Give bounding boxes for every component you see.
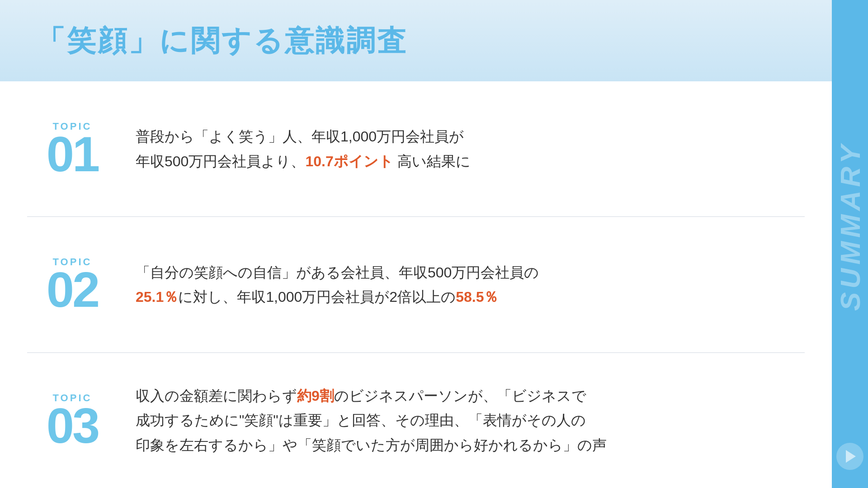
- topic-03-line2: 成功するために"笑顔"は重要」と回答、その理由、「表情がその人の: [136, 412, 586, 428]
- topic-content-03: 収入の金額差に関わらず約9割のビジネスパーソンが、「ビジネスで 成功するために"…: [136, 384, 805, 457]
- topic-01-highlight: 10.7ポイント: [305, 153, 393, 169]
- topic-label-03: TOPIC 03: [27, 393, 118, 448]
- topic-01-line2-post: 高い結果に: [393, 153, 471, 169]
- topic-02-highlight2: 58.5％: [456, 289, 498, 305]
- topic-label-01: TOPIC 01: [27, 122, 118, 176]
- topic-number-01: 01: [47, 131, 98, 176]
- topic-content-01: 普段から「よく笑う」人、年収1,000万円会社員が 年収500万円会社員より、1…: [136, 124, 805, 174]
- sidebar-text: SUMMARY: [834, 9, 866, 443]
- topic-02-highlight1: 25.1％: [136, 289, 178, 305]
- topic-02-line2-post: に対し、年収1,000万円会社員が2倍以上の: [178, 289, 456, 305]
- topic-03-line1-post: のビジネスパーソンが、「ビジネスで: [334, 388, 586, 404]
- topic-01-line1: 普段から「よく笑う」人、年収1,000万円会社員が: [136, 128, 464, 145]
- topic-content-02: 「自分の笑顔への自信」がある会社員、年収500万円会社員の 25.1％に対し、年…: [136, 260, 805, 310]
- topic-number-02: 02: [47, 267, 98, 312]
- topic-03-highlight: 約9割: [297, 388, 334, 404]
- topic-03-line3: 印象を左右するから」や「笑顔でいた方が周囲から好かれるから」の声: [136, 437, 607, 453]
- page-title: 「笑顔」に関する意識調査: [36, 21, 408, 61]
- topic-label-02: TOPIC 02: [27, 257, 118, 312]
- topic-03-line1-pre: 収入の金額差に関わらず: [136, 388, 297, 404]
- main-content: 「笑顔」に関する意識調査 TOPIC 01 普段から「よく笑う」人、年収1,00…: [0, 0, 832, 488]
- topic-row-02: TOPIC 02 「自分の笑顔への自信」がある会社員、年収500万円会社員の 2…: [27, 217, 805, 352]
- play-button-icon[interactable]: [836, 443, 863, 470]
- topic-row-01: TOPIC 01 普段から「よく笑う」人、年収1,000万円会社員が 年収500…: [27, 81, 805, 217]
- topic-01-line2-pre: 年収500万円会社員より、: [136, 153, 305, 169]
- topics-container: TOPIC 01 普段から「よく笑う」人、年収1,000万円会社員が 年収500…: [0, 81, 832, 488]
- play-triangle-icon: [846, 450, 856, 463]
- header: 「笑顔」に関する意識調査: [0, 0, 832, 81]
- topic-number-03: 03: [47, 403, 98, 448]
- topic-row-03: TOPIC 03 収入の金額差に関わらず約9割のビジネスパーソンが、「ビジネスで…: [27, 353, 805, 488]
- sidebar: SUMMARY: [832, 0, 868, 488]
- topic-02-line1: 「自分の笑顔への自信」がある会社員、年収500万円会社員の: [136, 264, 539, 281]
